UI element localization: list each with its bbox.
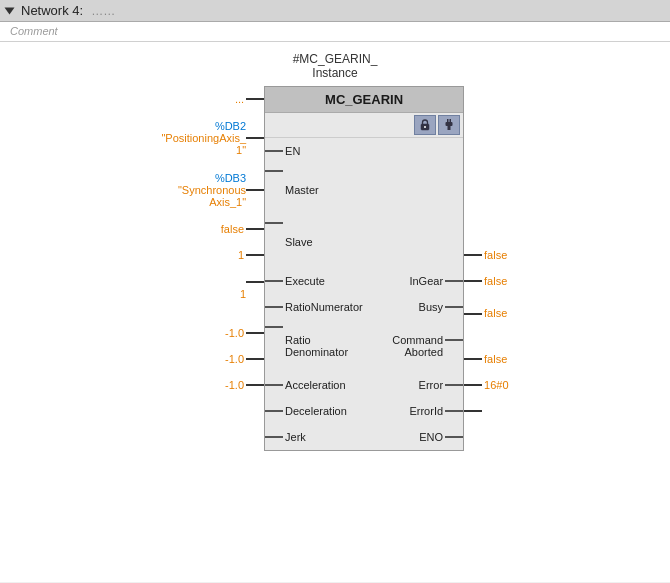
right-label-ingear: false	[464, 242, 507, 268]
svg-point-1	[424, 126, 426, 128]
block-pin-master: Master	[265, 164, 463, 216]
right-label-error: false	[464, 346, 507, 372]
block-pin-rationumerator: RatioNumerator Busy	[265, 294, 463, 320]
svg-rect-3	[450, 119, 452, 122]
fb-block: MC_GEARIN	[264, 86, 464, 451]
block-name: MC_GEARIN	[265, 87, 463, 113]
right-label-commandaborted: false	[464, 294, 507, 346]
header-dots: ……	[91, 4, 115, 18]
block-pin-ratiodenom: Ratio Denominator Command Aborted	[265, 320, 463, 372]
instance-hash-name: #MC_GEARIN_	[0, 52, 670, 66]
left-label-execute: false	[221, 216, 264, 242]
block-pin-jerk: Jerk ENO	[265, 424, 463, 450]
left-label-master: %DB2 "PositioningAxis_ 1"	[161, 112, 264, 164]
block-pin-execute: Execute InGear	[265, 268, 463, 294]
block-pin-slave: Slave	[265, 216, 463, 268]
right-label-busy: false	[464, 268, 507, 294]
left-label-en: ...	[235, 86, 264, 112]
network-title: Network 4:	[21, 3, 83, 18]
left-label-rationumerator: 1	[238, 242, 264, 268]
comment-text: Comment	[10, 25, 58, 37]
right-label-errorid: 16#0	[464, 372, 508, 398]
block-icons-row	[265, 113, 463, 138]
left-label-ratiodenom: 1	[240, 268, 264, 320]
block-pin-decel: Deceleration ErrorId	[265, 398, 463, 424]
left-label-slave: %DB3 "Synchronous Axis_1"	[178, 164, 264, 216]
svg-rect-2	[447, 119, 449, 122]
instance-type-label: Instance	[0, 66, 670, 80]
left-label-accel: -1.0	[225, 320, 264, 346]
block-pin-accel: Acceleration Error	[265, 372, 463, 398]
comment-bar: Comment	[0, 22, 670, 42]
expand-icon[interactable]	[5, 7, 15, 14]
instance-labels: #MC_GEARIN_ Instance	[0, 52, 670, 80]
left-label-decel: -1.0	[225, 346, 264, 372]
svg-rect-5	[448, 126, 451, 130]
svg-rect-4	[446, 122, 453, 126]
right-label-eno	[464, 398, 482, 424]
lock-icon-btn[interactable]	[414, 115, 436, 135]
plug-icon-btn[interactable]	[438, 115, 460, 135]
left-label-jerk: -1.0	[225, 372, 264, 398]
network-header: Network 4: ……	[0, 0, 670, 22]
block-pin-en: EN	[265, 138, 463, 164]
